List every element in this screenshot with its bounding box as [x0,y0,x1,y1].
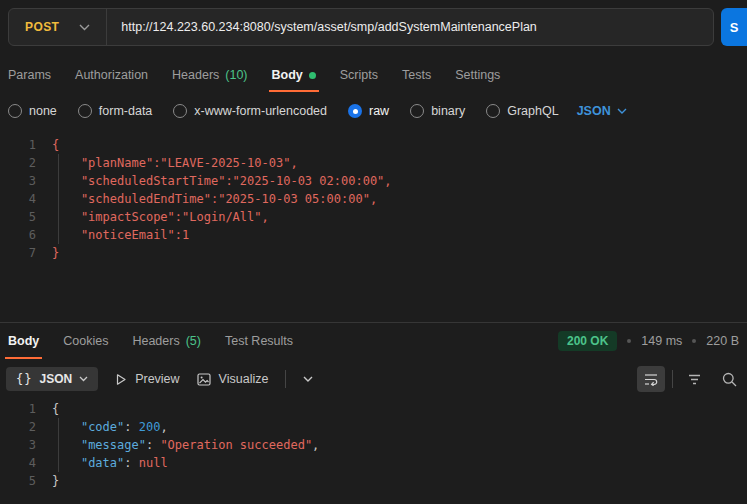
radio-icon [173,104,187,118]
filter-button[interactable] [680,366,708,392]
tab-tests[interactable]: Tests [402,58,431,92]
play-icon [115,373,127,386]
tab-scripts[interactable]: Scripts [340,58,378,92]
tab-label: Test Results [225,334,293,348]
visualize-button[interactable]: Visualize [197,372,269,386]
method-selector[interactable]: POST [9,9,106,45]
raw-language-select[interactable]: JSON [577,104,627,118]
radio-icon [78,104,92,118]
response-time[interactable]: 149 ms [641,334,682,348]
radio-checked-icon [348,104,362,118]
code-line[interactable]: 5} [0,472,747,490]
code-text: "scheduledEndTime":"2025-10-03 05:00:00"… [36,190,377,208]
tab-label: Authorization [75,68,148,82]
mode-label: raw [369,104,389,118]
code-text: "data": null [36,454,168,472]
body-mode-row: none form-data x-www-form-urlencoded raw… [0,98,747,124]
code-line[interactable]: 4 "scheduledEndTime":"2025-10-03 05:00:0… [0,190,747,208]
chevron-down-icon [617,108,627,114]
code-line[interactable]: 2 "planName":"LEAVE-2025-10-03", [0,154,747,172]
code-text: { [36,136,59,154]
tab-params[interactable]: Params [8,58,51,92]
code-text: "code": 200, [36,418,168,436]
line-number: 2 [0,154,36,172]
radio-icon [8,104,22,118]
response-tab-cookies[interactable]: Cookies [63,323,108,359]
url-input[interactable]: http://124.223.60.234:8080/system/asset/… [107,20,537,34]
body-mode-urlencoded[interactable]: x-www-form-urlencoded [173,104,327,118]
indent-guide [58,208,59,226]
send-button[interactable]: S [721,8,747,46]
code-text: "message": "Operation succeeded", [36,436,319,454]
code-line[interactable]: 7} [0,244,747,262]
mode-label: form-data [99,104,153,118]
line-number: 6 [0,226,36,244]
code-line[interactable]: 3 "scheduledStartTime":"2025-10-03 02:00… [0,172,747,190]
code-line[interactable]: 2 "code": 200, [0,418,747,436]
code-text: "impactScope":"Login/All", [36,208,269,226]
indent-guide [58,172,59,190]
body-mode-none[interactable]: none [8,104,57,118]
status-badge[interactable]: 200 OK [558,331,617,351]
line-number: 4 [0,454,36,472]
chevron-down-icon [79,24,90,31]
tab-authorization[interactable]: Authorization [75,58,148,92]
indent-guide [58,190,59,208]
preview-button[interactable]: Preview [115,372,179,386]
wrap-text-icon [644,373,658,386]
request-body-editor[interactable]: 1{2 "planName":"LEAVE-2025-10-03",3 "sch… [0,136,747,262]
request-url-bar: POST http://124.223.60.234:8080/system/a… [8,8,747,46]
headers-count-badge: (10) [225,68,247,82]
code-line[interactable]: 6 "noticeEmail":1 [0,226,747,244]
code-line[interactable]: 3 "message": "Operation succeeded", [0,436,747,454]
line-number: 7 [0,244,36,262]
format-label: JSON [39,372,72,386]
response-size[interactable]: 220 B [706,334,739,348]
response-meta: 200 OK 149 ms 220 B [558,331,739,351]
response-tab-headers[interactable]: Headers(5) [132,323,201,359]
code-line[interactable]: 1{ [0,400,747,418]
mode-label: GraphQL [507,104,558,118]
line-number: 2 [0,418,36,436]
tab-headers[interactable]: Headers(10) [172,58,247,92]
code-line[interactable]: 5 "impactScope":"Login/All", [0,208,747,226]
code-text: { [36,400,59,418]
response-toolbar-right [637,366,743,392]
filter-icon [688,374,701,385]
tab-label: Body [272,68,303,82]
mode-label: none [29,104,57,118]
body-mode-graphql[interactable]: GraphQL [486,104,558,118]
response-toolbar: {} JSON Preview Visualize [0,360,747,398]
line-number: 1 [0,400,36,418]
body-mode-form-data[interactable]: form-data [78,104,153,118]
code-text: } [36,244,59,262]
indent-guide [58,454,59,472]
response-tab-body[interactable]: Body [8,323,39,359]
wrap-text-button[interactable] [637,366,665,392]
braces-icon: {} [16,372,32,386]
body-mode-binary[interactable]: binary [410,104,465,118]
code-line[interactable]: 1{ [0,136,747,154]
search-icon [722,372,737,387]
response-body-editor[interactable]: 1{2 "code": 200,3 "message": "Operation … [0,400,747,490]
tab-label: Cookies [63,334,108,348]
indent-guide [58,418,59,436]
chevron-down-icon [79,376,88,382]
response-format-select[interactable]: {} JSON [6,367,98,391]
tab-label: Scripts [340,68,378,82]
body-mode-raw[interactable]: raw [348,104,389,118]
dot-separator-icon [627,339,631,343]
tab-label: Tests [402,68,431,82]
tab-body[interactable]: Body [272,58,316,92]
chevron-down-icon[interactable] [303,376,313,382]
code-text: "scheduledStartTime":"2025-10-03 02:00:0… [36,172,392,190]
tab-label: Settings [455,68,500,82]
tab-label: Headers [132,334,179,348]
response-tabs: Body Cookies Headers(5) Test Results 200… [0,323,747,359]
search-button[interactable] [715,366,743,392]
radio-icon [486,104,500,118]
response-tab-test-results[interactable]: Test Results [225,323,293,359]
line-number: 5 [0,208,36,226]
code-line[interactable]: 4 "data": null [0,454,747,472]
tab-settings[interactable]: Settings [455,58,500,92]
